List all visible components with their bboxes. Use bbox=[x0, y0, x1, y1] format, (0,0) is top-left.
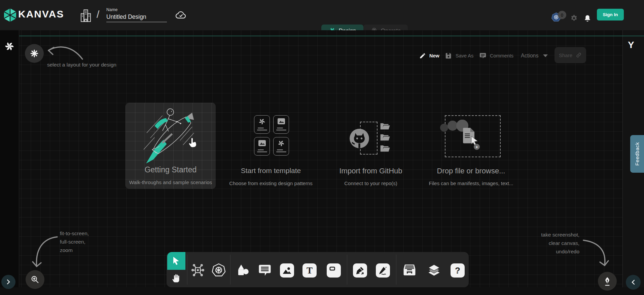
image-icon bbox=[282, 265, 292, 276]
drop-trail-dot bbox=[440, 124, 448, 132]
share-button[interactable]: Share bbox=[554, 47, 586, 63]
kubernetes-count-badge: 0 bbox=[558, 11, 566, 19]
zoom-button[interactable] bbox=[26, 270, 44, 289]
comment-tool-button[interactable] bbox=[257, 262, 273, 278]
rocket-illustration bbox=[132, 104, 210, 165]
kanvas-logo-icon bbox=[3, 8, 17, 23]
drop-title: Drop file or browse... bbox=[421, 167, 522, 175]
design-name-input[interactable] bbox=[106, 13, 167, 22]
image-tool-button[interactable] bbox=[280, 263, 294, 278]
toolbar-divider bbox=[396, 255, 396, 285]
github-icon bbox=[348, 127, 370, 150]
history-hint-text: take screenshot, clear canvas, undo/redo bbox=[529, 230, 579, 256]
kubernetes-icon bbox=[211, 263, 226, 278]
canvas-top-border bbox=[19, 36, 644, 36]
kanvas-app: KANVAS / Name 0 bbox=[0, 0, 644, 295]
chevron-left-icon bbox=[631, 280, 636, 285]
save-as-label: Save As bbox=[456, 53, 473, 58]
notifications-bell-icon[interactable] bbox=[583, 13, 592, 23]
chevron-right-icon bbox=[6, 279, 11, 285]
cloud-saved-icon bbox=[175, 10, 187, 20]
zoom-hint-arrow bbox=[29, 232, 66, 272]
kubernetes-tool-button[interactable] bbox=[211, 262, 226, 278]
magnifier-plus-icon bbox=[30, 275, 40, 284]
feedback-label: Feedback bbox=[634, 142, 640, 166]
folder-icon bbox=[380, 144, 390, 153]
settings-gear-icon[interactable] bbox=[570, 14, 578, 22]
drop-file-card[interactable]: + Drop file or browse... Files can be ma… bbox=[421, 103, 522, 189]
folder-icon bbox=[380, 122, 390, 130]
getting-started-card[interactable]: Getting Started Walk-throughs and sample… bbox=[126, 103, 216, 189]
actions-label: Actions bbox=[521, 53, 538, 59]
drop-subtitle: Files can be manifests, images, text... bbox=[421, 180, 522, 186]
text-tool-button[interactable]: T bbox=[302, 263, 317, 278]
drawer-tool-button[interactable] bbox=[402, 262, 417, 278]
shapes-icon bbox=[236, 263, 250, 277]
circuit-icon bbox=[190, 263, 205, 278]
template-subtitle: Choose from existing design patterns bbox=[220, 180, 321, 186]
toolbar-divider bbox=[230, 255, 230, 285]
pen-icon bbox=[355, 265, 365, 276]
design-name-label: Name bbox=[106, 7, 117, 12]
new-design-button[interactable]: New bbox=[419, 51, 439, 60]
github-subtitle: Connect to your repo(s) bbox=[320, 180, 421, 186]
template-tile[interactable] bbox=[254, 115, 270, 134]
help-tool-button[interactable]: ? bbox=[451, 263, 465, 278]
start-from-template-card[interactable]: Start from template Choose from existing… bbox=[220, 103, 321, 189]
collapse-panel-button[interactable] bbox=[626, 275, 641, 290]
hand-icon bbox=[171, 272, 182, 284]
template-tile[interactable] bbox=[273, 137, 289, 156]
pan-tool-button[interactable] bbox=[169, 270, 183, 285]
expand-sidebar-button[interactable] bbox=[1, 275, 15, 289]
comment-bubble-icon bbox=[479, 52, 487, 59]
organization-icon[interactable] bbox=[80, 8, 92, 23]
layers-icon bbox=[427, 263, 441, 278]
meshery-swirl-icon[interactable] bbox=[4, 41, 14, 51]
new-label: New bbox=[429, 53, 439, 58]
image-icon bbox=[277, 118, 285, 125]
pencil-tool-button[interactable] bbox=[376, 263, 390, 278]
folder-icon bbox=[380, 133, 390, 141]
cursor-icon bbox=[172, 256, 181, 266]
note-icon bbox=[329, 265, 339, 276]
save-as-button[interactable]: Save As bbox=[445, 51, 473, 60]
pen-tool-button[interactable] bbox=[353, 263, 367, 278]
import-github-card[interactable]: Import from GitHub Connect to your repo(… bbox=[320, 103, 421, 189]
toolbar-divider bbox=[347, 255, 347, 285]
github-title: Import from GitHub bbox=[320, 167, 421, 175]
component-tool-button[interactable] bbox=[190, 262, 206, 278]
question-mark-icon: ? bbox=[455, 266, 460, 275]
layout-hint-text: select a layout for your design bbox=[47, 60, 116, 69]
left-sidebar bbox=[0, 30, 19, 287]
layers-tool-button[interactable] bbox=[426, 262, 442, 278]
shapes-tool-button[interactable] bbox=[235, 262, 251, 278]
link-icon bbox=[576, 52, 582, 58]
feedback-tab[interactable]: Feedback bbox=[630, 135, 644, 173]
history-hint-line: undo/redo bbox=[529, 247, 579, 256]
getting-started-subtitle: Walk-throughs and sample scenarios bbox=[126, 179, 216, 185]
comment-icon bbox=[258, 263, 272, 277]
select-tool-button[interactable] bbox=[167, 252, 185, 270]
share-label: Share bbox=[559, 52, 572, 58]
getting-started-title: Getting Started bbox=[126, 165, 216, 174]
template-tile[interactable] bbox=[273, 115, 289, 134]
image-icon bbox=[258, 140, 266, 146]
plus-badge-icon: + bbox=[474, 144, 480, 150]
history-hint-arrow bbox=[581, 235, 612, 269]
note-tool-button[interactable] bbox=[327, 263, 341, 278]
template-tile[interactable] bbox=[254, 137, 270, 156]
chevron-down-icon bbox=[543, 54, 548, 57]
text-T-icon: T bbox=[307, 266, 313, 275]
pencil-draw-icon bbox=[378, 265, 388, 276]
comments-label: Comments bbox=[490, 53, 513, 58]
y-logo-icon[interactable]: Y bbox=[628, 40, 634, 50]
pencil-icon bbox=[419, 52, 426, 59]
drawer-icon bbox=[402, 263, 417, 278]
actions-dropdown[interactable]: Actions bbox=[521, 51, 548, 60]
layout-selector-button[interactable] bbox=[25, 44, 44, 63]
comments-button[interactable]: Comments bbox=[479, 51, 513, 60]
annotate-pen-button[interactable] bbox=[598, 272, 617, 291]
template-title: Start from template bbox=[220, 167, 321, 175]
sign-in-button[interactable]: Sign In bbox=[597, 9, 624, 20]
history-hint-line: clear canvas, bbox=[529, 239, 579, 247]
